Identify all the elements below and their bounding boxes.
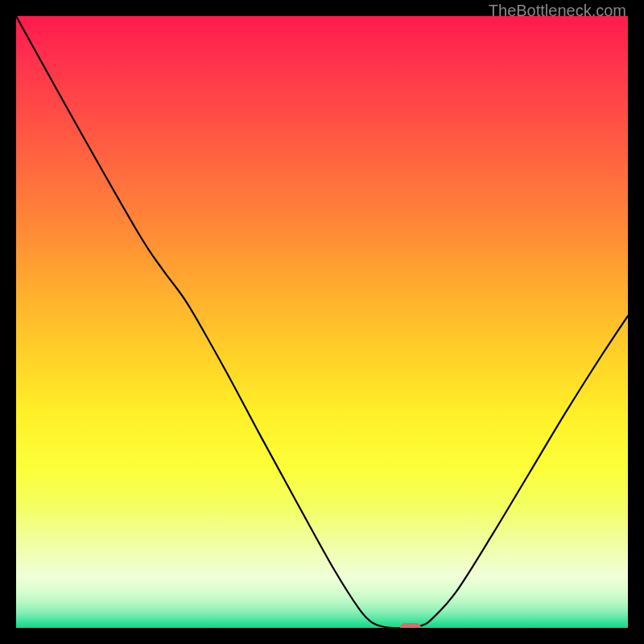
chart-svg xyxy=(16,16,628,628)
plot-area xyxy=(16,16,628,628)
watermark-text: TheBottleneck.com xyxy=(489,2,626,20)
gradient-background xyxy=(16,16,628,628)
optimal-point-marker xyxy=(400,623,421,628)
